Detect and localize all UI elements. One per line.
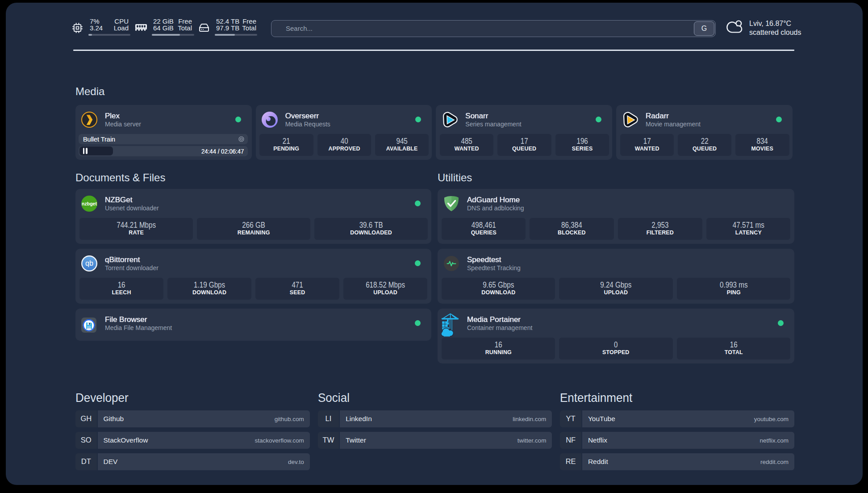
svg-text:qb: qb [85, 259, 93, 267]
svg-text:nzbget: nzbget [82, 201, 97, 206]
